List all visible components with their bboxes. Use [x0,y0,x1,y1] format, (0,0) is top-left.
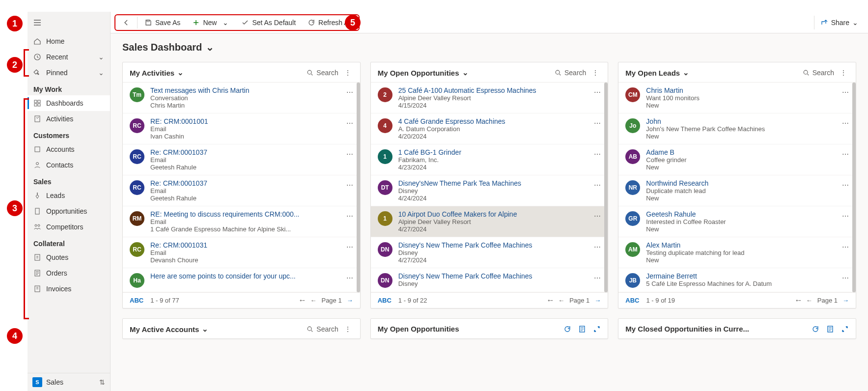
sidebar-area-switcher[interactable]: S Sales ⇅ [28,373,110,391]
row-more-button[interactable]: ⋯ [346,179,353,189]
list-item[interactable]: RCRE: CRM:0001001EmailIvan Cashin⋯ [123,113,360,144]
list-item[interactable]: GRGeetesh RahuleInterested in Coffee Roa… [618,206,856,237]
card-title[interactable]: My Open Leads⌄ [625,68,689,77]
refresh-icon[interactable] [812,325,819,333]
page-prev-icon[interactable]: ← [310,297,316,304]
sidebar-item-orders[interactable]: Orders [28,265,110,281]
row-more-button[interactable]: ⋯ [594,148,601,158]
list-item[interactable]: DTDisney'sNew Theme Park Tea MachinesDis… [371,175,608,206]
list-item[interactable]: CMChris MartinWant 100 monitorsNew⋯ [618,83,856,113]
sidebar-item-invoices[interactable]: Invoices [28,281,110,297]
card-title[interactable]: My Active Accounts⌄ [130,325,208,334]
card-search-button[interactable]: Search [555,69,586,77]
row-tertiary: New [646,195,836,202]
page-first-icon[interactable]: ⤌ [300,297,305,304]
card-search-button[interactable]: Search [803,69,834,77]
list-item[interactable]: DNDisney's New Theme Park Coffee Machine… [371,268,608,292]
page-first-icon[interactable]: ⤌ [796,297,801,304]
card-more-button[interactable]: ⋮ [838,69,849,77]
card-search-button[interactable]: Search [307,69,338,77]
sidebar-item-competitors[interactable]: Competitors [28,219,110,235]
list-item[interactable]: TmText messages with Chris MartinConvers… [123,83,360,113]
row-more-button[interactable]: ⋯ [346,241,353,251]
page-title[interactable]: Sales Dashboard ⌄ [122,41,856,53]
new-button[interactable]: New⌄ [187,16,234,29]
row-more-button[interactable]: ⋯ [346,272,353,282]
row-secondary: Duplicate match lead [646,187,836,195]
row-more-button[interactable]: ⋯ [594,272,601,282]
row-more-button[interactable]: ⋯ [842,86,849,96]
row-more-button[interactable]: ⋯ [594,210,601,220]
records-icon[interactable] [578,325,586,333]
refresh-icon[interactable] [563,325,571,333]
set-default-button[interactable]: Set As Default [236,16,301,29]
alpha-filter[interactable]: ABC [378,297,392,304]
card-title[interactable]: My Open Opportunities⌄ [378,68,469,77]
list-item[interactable]: 11 Café BG-1 GrinderFabrikam, Inc.4/23/2… [371,144,608,175]
records-icon[interactable] [826,325,834,333]
expand-icon[interactable] [593,325,601,333]
sidebar-collapse-button[interactable] [28,12,110,33]
list-item[interactable]: JBJermaine Berrett5 Café Lite Espresso M… [618,268,856,292]
card-search-button[interactable]: Search [307,325,338,333]
sidebar-item-leads[interactable]: Leads [28,188,110,203]
row-more-button[interactable]: ⋯ [594,117,601,127]
sidebar-item-pinned[interactable]: Pinned⌄ [28,65,110,81]
page-next-icon[interactable]: → [347,297,353,304]
list-item[interactable]: RCRe: CRM:0001037EmailGeetesh Rahule⋯ [123,175,360,206]
list-item[interactable]: 110 Airpot Duo Coffee Makers for AlpineA… [371,206,608,237]
list-item[interactable]: NRNorthwind ResearchDuplicate match lead… [618,175,856,206]
expand-icon[interactable] [841,325,849,333]
row-more-button[interactable]: ⋯ [842,148,849,158]
sidebar-item-activities[interactable]: Activities [28,111,110,127]
row-secondary: Testing duplicate matching for lead [646,249,836,256]
page-prev-icon[interactable]: ← [558,297,564,304]
list-item[interactable]: RCRe: CRM:0001037EmailGeetesh Rahule⋯ [123,144,360,175]
sidebar-item-dashboards[interactable]: Dashboards [28,95,110,111]
page-next-icon[interactable]: → [842,297,849,304]
list-item[interactable]: 225 Café A-100 Automatic Espresso Machin… [371,83,608,113]
row-more-button[interactable]: ⋯ [842,117,849,127]
list-item[interactable]: HaHere are some points to consider for y… [123,268,360,292]
alpha-filter[interactable]: ABC [130,297,143,304]
sidebar-item-home[interactable]: Home [28,33,110,49]
list-item[interactable]: RMRE: Meeting to discuss requirements CR… [123,206,360,237]
row-tertiary: 4/27/2024 [398,256,588,264]
card-more-button[interactable]: ⋮ [342,69,353,77]
row-more-button[interactable]: ⋯ [346,86,353,96]
sidebar-item-opportunities[interactable]: Opportunities [28,203,110,219]
list-item[interactable]: DNDisney's New Theme Park Coffee Machine… [371,237,608,268]
card-more-button[interactable]: ⋮ [590,69,601,77]
card-more-button[interactable]: ⋮ [342,325,353,333]
row-more-button[interactable]: ⋯ [346,117,353,127]
list-item[interactable]: JoJohnJohn's New Theme Park Coffee Machi… [618,113,856,144]
row-more-button[interactable]: ⋯ [346,210,353,220]
row-more-button[interactable]: ⋯ [594,179,601,189]
list-item[interactable]: 44 Café Grande Espresso MachinesA. Datum… [371,113,608,144]
sidebar-item-recent[interactable]: Recent⌄ [28,49,110,65]
share-button[interactable]: Share⌄ [814,16,864,29]
chevron-down-icon: ⌄ [98,53,104,61]
row-primary: John [646,117,836,125]
sidebar-item-quotes[interactable]: Quotes [28,250,110,265]
card-title[interactable]: My Activities⌄ [130,68,184,77]
back-button[interactable] [117,16,135,29]
page-prev-icon[interactable]: ← [806,297,812,304]
row-more-button[interactable]: ⋯ [594,86,601,96]
sidebar-group-collateral: Collateral [28,235,110,250]
row-more-button[interactable]: ⋯ [842,179,849,189]
save-as-button[interactable]: Save As [140,16,185,29]
row-more-button[interactable]: ⋯ [842,272,849,282]
row-more-button[interactable]: ⋯ [346,148,353,158]
list-item[interactable]: RCRe: CRM:0001031EmailDevansh Choure⋯ [123,237,360,268]
list-item[interactable]: AMAlex MartinTesting duplicate matching … [618,237,856,268]
sidebar-item-accounts[interactable]: Accounts [28,141,110,157]
alpha-filter[interactable]: ABC [625,297,639,304]
list-item[interactable]: ABAdame BCoffee grinderNew⋯ [618,144,856,175]
page-first-icon[interactable]: ⤌ [548,297,553,304]
page-next-icon[interactable]: → [594,297,601,304]
row-more-button[interactable]: ⋯ [594,241,601,251]
sidebar-item-contacts[interactable]: Contacts [28,157,110,173]
row-more-button[interactable]: ⋯ [842,210,849,220]
row-more-button[interactable]: ⋯ [842,241,849,251]
